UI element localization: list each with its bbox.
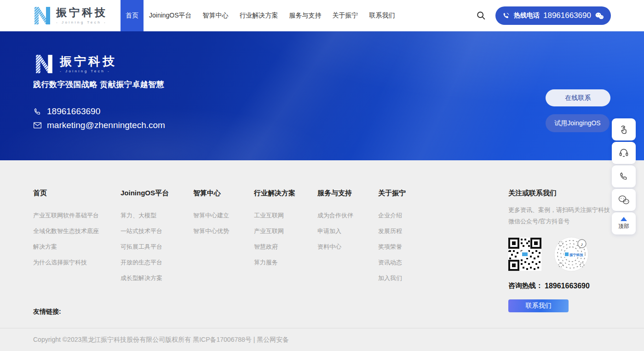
footer-link[interactable]: 为什么选择振宁科技 — [33, 255, 99, 270]
footer-link[interactable]: 成为合作伙伴 — [317, 208, 353, 223]
footer-link[interactable]: 产业互联网软件基础平台 — [33, 208, 99, 223]
hero-brand-logo: 振宁科技 - Joining Tech - — [34, 53, 117, 75]
consult-hotline-number: 18961663690 — [545, 282, 590, 290]
footer-column-solutions: 行业解决方案 工业互联网 产业互联网 智慧政府 算力服务 — [254, 189, 295, 270]
headset-icon — [618, 147, 629, 158]
footer-column-support: 服务与支持 成为合作伙伴 申请加入 资料中心 — [317, 189, 353, 255]
search-icon[interactable] — [476, 10, 487, 21]
consult-hotline: 咨询热线： 18961663690 — [508, 281, 615, 290]
phone-contact-button[interactable] — [612, 165, 636, 187]
nav-item-computing-center[interactable]: 智算中心 — [197, 0, 234, 31]
follow-description: 更多资讯、案例，请扫码关注振宁科技微信公众号/官方抖音号 — [508, 204, 615, 227]
brand-n-icon — [33, 6, 52, 26]
hotline-number: 18961663690 — [543, 11, 591, 20]
footer-link[interactable]: 申请加入 — [317, 223, 353, 239]
hotline-label: 热线电话 — [514, 12, 540, 20]
footer-divider — [0, 328, 644, 328]
footer-link[interactable]: 产业互联网 — [254, 223, 295, 239]
phone-icon — [502, 12, 510, 20]
site-footer: 首页 产业互联网软件基础平台 全域化数智生态技术底座 解决方案 为什么选择振宁科… — [0, 160, 644, 351]
hero-phone-line: 18961663690 — [33, 106, 100, 117]
footer-column-about: 关于振宁 企业介绍 发展历程 奖项荣誉 资讯动态 加入我们 — [378, 189, 406, 286]
footer-column-title: 行业解决方案 — [254, 189, 295, 198]
svg-text:振宁科技: 振宁科技 — [569, 253, 584, 257]
footer-link[interactable]: 智算中心优势 — [193, 223, 229, 239]
consult-hotline-label: 咨询热线： — [508, 281, 543, 290]
nav-item-solutions[interactable]: 行业解决方案 — [234, 0, 284, 31]
footer-column-title: 首页 — [33, 189, 99, 198]
up-triangle-icon — [621, 217, 627, 221]
hero-brand-subtitle: - Joining Tech - — [60, 69, 117, 73]
footer-link[interactable]: 企业介绍 — [378, 208, 406, 223]
footer-link[interactable]: 全域化数智生态技术底座 — [33, 223, 99, 239]
phone-outline-icon — [33, 107, 42, 116]
customer-service-button[interactable] — [612, 142, 636, 164]
footer-link[interactable]: 算力、大模型 — [121, 208, 169, 223]
nav-item-support[interactable]: 服务与支持 — [284, 0, 327, 31]
brand-text: 振宁科技 - Joining Tech - — [56, 7, 108, 24]
footer-link[interactable]: 工业互联网 — [254, 208, 295, 223]
wechat-icon — [595, 12, 604, 20]
copyright-text: Copyright ©2023黑龙江振宁科技股份有限公司版权所有 黑ICP备17… — [33, 336, 289, 344]
hero-phone-number: 18961663690 — [47, 106, 100, 117]
svg-text:♪: ♪ — [581, 241, 583, 247]
main-nav: 首页 JoiningOS平台 智算中心 行业解决方案 服务与支持 关于振宁 联系… — [121, 0, 401, 31]
trial-joiningos-button[interactable]: 试用JoingingOS — [546, 114, 610, 132]
hotline-pill-button[interactable]: 热线电话 18961663690 — [495, 6, 611, 25]
brand-subtitle: - Joining Tech - — [56, 20, 108, 24]
online-contact-button[interactable]: 在线联系 — [546, 89, 610, 106]
footer-column-computing-center: 智算中心 智算中心建立 智算中心优势 — [193, 189, 229, 239]
contact-us-button[interactable]: 联系我们 — [508, 299, 569, 312]
brand-logo[interactable]: 振宁科技 - Joining Tech - — [33, 0, 108, 31]
hero-brand-n-icon — [34, 53, 54, 75]
back-to-top-button[interactable]: 顶部 — [612, 212, 636, 234]
phone-outline-icon — [619, 171, 629, 181]
footer-follow-column: 关注或联系我们 更多资讯、案例，请扫码关注振宁科技微信公众号/官方抖音号 — [508, 189, 615, 312]
footer-link[interactable]: 可拓展工具平台 — [121, 239, 169, 255]
footer-link[interactable]: 资料中心 — [317, 239, 353, 255]
back-to-top-label: 顶部 — [618, 222, 629, 230]
footer-link[interactable]: 奖项荣誉 — [378, 239, 406, 255]
hero-email-line: marketing@zhenningtech.com — [33, 120, 165, 130]
follow-title: 关注或联系我们 — [508, 189, 615, 198]
douyin-qr-code: ♪ 振宁科技 — [554, 237, 589, 272]
hero-brand-text: 振宁科技 - Joining Tech - — [60, 55, 117, 74]
nav-item-contact[interactable]: 联系我们 — [364, 0, 401, 31]
page: 振宁科技 - Joining Tech - 首页 JoiningOS平台 智算中… — [0, 0, 644, 351]
hero-email-address: marketing@zhenningtech.com — [47, 120, 165, 130]
header-right-tools: 热线电话 18961663690 — [476, 0, 611, 31]
nav-item-about[interactable]: 关于振宁 — [327, 0, 364, 31]
email-icon — [33, 122, 42, 129]
footer-link[interactable]: 算力服务 — [254, 255, 295, 270]
floating-side-toolbar: 顶部 — [612, 118, 636, 234]
wechat-contact-button[interactable] — [612, 189, 636, 211]
nav-item-joiningos[interactable]: JoiningOS平台 — [144, 0, 197, 31]
footer-column-joiningos: JoiningOS平台 算力、大模型 一站式技术平台 可拓展工具平台 开放的生态… — [121, 189, 169, 286]
wechat-outline-icon — [618, 195, 630, 205]
footer-link[interactable]: 发展历程 — [378, 223, 406, 239]
hero-banner: 振宁科技 - Joining Tech - 践行数字强国战略 贡献振宁卓越智慧 … — [0, 31, 644, 160]
footer-column-title: 服务与支持 — [317, 189, 353, 198]
footer-link[interactable]: 加入我们 — [378, 270, 406, 286]
footer-link[interactable]: 资讯动态 — [378, 255, 406, 270]
footer-link[interactable]: 智慧政府 — [254, 239, 295, 255]
hero-brand-name: 振宁科技 — [60, 55, 117, 68]
footer-link[interactable]: 智算中心建立 — [193, 208, 229, 223]
footer-column-title: JoiningOS平台 — [121, 189, 169, 198]
hero-tagline: 践行数字强国战略 贡献振宁卓越智慧 — [33, 79, 164, 90]
quick-action-button[interactable] — [612, 118, 636, 140]
footer-link[interactable]: 解决方案 — [33, 239, 99, 255]
wechat-qr-code — [508, 238, 541, 271]
footer-column-home: 首页 产业互联网软件基础平台 全域化数智生态技术底座 解决方案 为什么选择振宁科… — [33, 189, 99, 270]
qr-codes: ♪ 振宁科技 — [508, 237, 615, 272]
nav-item-home[interactable]: 首页 — [121, 0, 144, 31]
brand-name: 振宁科技 — [56, 7, 108, 18]
friend-links-label: 友情链接: — [33, 308, 61, 316]
hand-pointer-icon — [618, 124, 629, 135]
top-navigation-bar: 振宁科技 - Joining Tech - 首页 JoiningOS平台 智算中… — [0, 0, 644, 31]
footer-column-title: 智算中心 — [193, 189, 229, 198]
footer-link[interactable]: 成长型解决方案 — [121, 270, 169, 286]
footer-column-title: 关于振宁 — [378, 189, 406, 198]
footer-link[interactable]: 开放的生态平台 — [121, 255, 169, 270]
footer-link[interactable]: 一站式技术平台 — [121, 223, 169, 239]
